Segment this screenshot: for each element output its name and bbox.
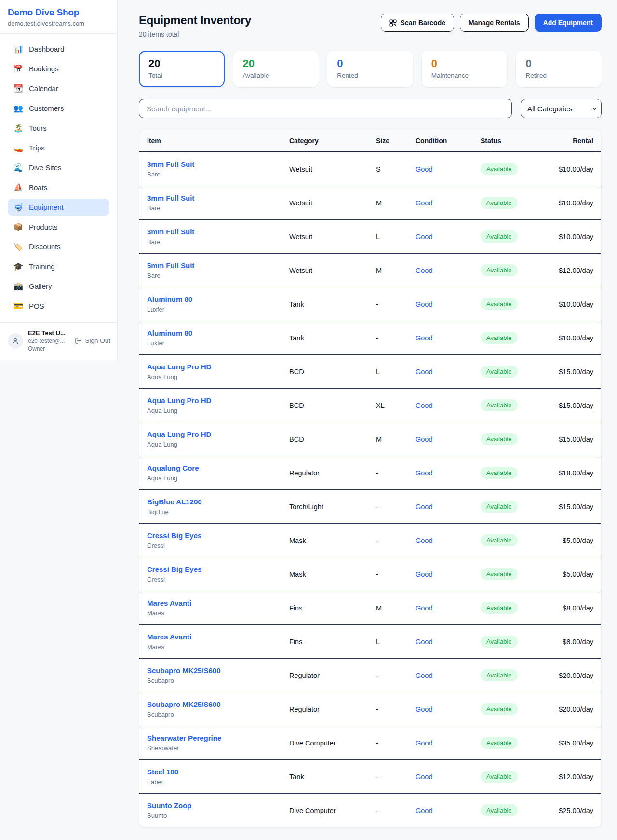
item-name-link[interactable]: Mares Avanti bbox=[147, 598, 191, 608]
table-row[interactable]: Steel 100 Faber Tank - Good Available $1… bbox=[139, 760, 601, 794]
table-row[interactable]: Suunto Zoop Suunto Dive Computer - Good … bbox=[139, 794, 601, 827]
sidebar-item-dive-sites[interactable]: 🌊 Dive Sites bbox=[8, 159, 109, 176]
item-condition[interactable]: Good bbox=[416, 334, 432, 342]
table-row[interactable]: Mares Avanti Mares Fins M Good Available… bbox=[139, 591, 601, 625]
sidebar-item-equipment[interactable]: 🤿 Equipment bbox=[8, 199, 109, 216]
item-condition[interactable]: Good bbox=[416, 739, 432, 747]
item-condition[interactable]: Good bbox=[416, 638, 432, 646]
sidebar-item-label: Dashboard bbox=[29, 45, 64, 53]
item-condition[interactable]: Good bbox=[416, 604, 432, 612]
sidebar-item-products[interactable]: 📦 Products bbox=[8, 218, 109, 235]
sidebar-item-boats[interactable]: ⛵ Boats bbox=[8, 179, 109, 196]
table-row[interactable]: Shearwater Peregrine Shearwater Dive Com… bbox=[139, 726, 601, 760]
sidebar-item-tours[interactable]: 🏝️ Tours bbox=[8, 120, 109, 136]
item-condition[interactable]: Good bbox=[416, 537, 432, 544]
sign-out-button[interactable]: Sign Out bbox=[75, 337, 110, 344]
sidebar-item-label: Products bbox=[29, 223, 57, 231]
item-name-link[interactable]: Shearwater Peregrine bbox=[147, 733, 221, 743]
item-condition[interactable]: Good bbox=[416, 267, 432, 274]
item-name-link[interactable]: 5mm Full Suit bbox=[147, 261, 194, 270]
sidebar-item-bookings[interactable]: 📅 Bookings bbox=[8, 60, 109, 77]
item-condition[interactable]: Good bbox=[416, 165, 432, 173]
add-equipment-button[interactable]: Add Equipment bbox=[535, 14, 602, 32]
sidebar-item-gallery[interactable]: 📸 Gallery bbox=[8, 278, 109, 295]
sidebar-item-dashboard[interactable]: 📊 Dashboard bbox=[8, 41, 109, 57]
table-row[interactable]: Scubapro MK25/S600 Scubapro Regulator - … bbox=[139, 659, 601, 692]
sidebar-item-training[interactable]: 🎓 Training bbox=[8, 258, 109, 275]
item-name-link[interactable]: Steel 100 bbox=[147, 767, 178, 776]
item-condition[interactable]: Good bbox=[416, 807, 432, 814]
item-name-link[interactable]: Aluminum 80 bbox=[147, 328, 192, 338]
item-name-link[interactable]: Cressi Big Eyes bbox=[147, 531, 201, 540]
item-name-link[interactable]: Scubapro MK25/S600 bbox=[147, 700, 221, 709]
table-row[interactable]: 5mm Full Suit Bare Wetsuit M Good Availa… bbox=[139, 254, 601, 287]
stat-card-total[interactable]: 20 Total bbox=[139, 51, 225, 87]
table-row[interactable]: 3mm Full Suit Bare Wetsuit L Good Availa… bbox=[139, 220, 601, 254]
sidebar-item-calendar[interactable]: 📆 Calendar bbox=[8, 80, 109, 97]
item-rental-rate: $15.00/day bbox=[545, 355, 601, 389]
tours-icon: 🏝️ bbox=[13, 123, 23, 133]
item-condition[interactable]: Good bbox=[416, 570, 432, 578]
item-name-link[interactable]: Aluminum 80 bbox=[147, 295, 192, 304]
item-name-link[interactable]: BigBlue AL1200 bbox=[147, 497, 202, 506]
stat-card-available[interactable]: 20 Available bbox=[233, 51, 319, 87]
item-condition[interactable]: Good bbox=[416, 773, 432, 781]
item-name-link[interactable]: Aqua Lung Pro HD bbox=[147, 396, 211, 405]
item-name-link[interactable]: 3mm Full Suit bbox=[147, 193, 194, 203]
item-condition[interactable]: Good bbox=[416, 469, 432, 477]
item-condition[interactable]: Good bbox=[416, 368, 432, 376]
stat-card-retired[interactable]: 0 Retired bbox=[516, 51, 602, 87]
manage-rentals-button[interactable]: Manage Rentals bbox=[460, 14, 529, 32]
sidebar-item-pos[interactable]: 💳 POS bbox=[8, 298, 109, 314]
item-condition[interactable]: Good bbox=[416, 402, 432, 409]
category-select[interactable]: All Categories bbox=[521, 99, 602, 118]
table-row[interactable]: BigBlue AL1200 BigBlue Torch/Light - Goo… bbox=[139, 490, 601, 524]
page-title: Equipment Inventory bbox=[139, 14, 251, 27]
table-row[interactable]: Cressi Big Eyes Cressi Mask - Good Avail… bbox=[139, 524, 601, 557]
stat-card-maintenance[interactable]: 0 Maintenance bbox=[422, 51, 508, 87]
status-badge: Available bbox=[481, 197, 518, 209]
item-rental-rate: $25.00/day bbox=[545, 794, 601, 827]
table-row[interactable]: Aqua Lung Pro HD Aqua Lung BCD L Good Av… bbox=[139, 355, 601, 389]
table-row[interactable]: Aluminum 80 Luxfer Tank - Good Available… bbox=[139, 321, 601, 355]
item-condition[interactable]: Good bbox=[416, 705, 432, 713]
item-name-link[interactable]: Mares Avanti bbox=[147, 632, 191, 641]
sidebar-item-customers[interactable]: 👥 Customers bbox=[8, 100, 109, 117]
customers-icon: 👥 bbox=[13, 104, 23, 113]
sidebar-item-label: Dive Sites bbox=[29, 163, 62, 172]
table-row[interactable]: Cressi Big Eyes Cressi Mask - Good Avail… bbox=[139, 557, 601, 591]
sidebar-item-label: Customers bbox=[29, 104, 64, 112]
item-condition[interactable]: Good bbox=[416, 233, 432, 241]
table-row[interactable]: Aluminum 80 Luxfer Tank - Good Available… bbox=[139, 287, 601, 321]
item-condition[interactable]: Good bbox=[416, 435, 432, 443]
item-condition[interactable]: Good bbox=[416, 199, 432, 207]
table-row[interactable]: Aqualung Core Aqua Lung Regulator - Good… bbox=[139, 456, 601, 490]
sidebar-item-trips[interactable]: 🚤 Trips bbox=[8, 139, 109, 156]
stat-card-rented[interactable]: 0 Rented bbox=[327, 51, 413, 87]
item-rental-rate: $18.00/day bbox=[545, 456, 601, 490]
table-row[interactable]: 3mm Full Suit Bare Wetsuit S Good Availa… bbox=[139, 152, 601, 186]
item-name-link[interactable]: Scubapro MK25/S600 bbox=[147, 666, 221, 675]
item-name-link[interactable]: Cressi Big Eyes bbox=[147, 565, 201, 574]
brand-title[interactable]: Demo Dive Shop bbox=[8, 7, 109, 18]
item-name-link[interactable]: Aqua Lung Pro HD bbox=[147, 430, 211, 439]
table-row[interactable]: Scubapro MK25/S600 Scubapro Regulator - … bbox=[139, 692, 601, 726]
sidebar-item-label: Tours bbox=[29, 124, 47, 132]
table-row[interactable]: Mares Avanti Mares Fins L Good Available… bbox=[139, 625, 601, 659]
sidebar-item-discounts[interactable]: 🏷️ Discounts bbox=[8, 238, 109, 255]
table-row[interactable]: 3mm Full Suit Bare Wetsuit M Good Availa… bbox=[139, 186, 601, 220]
item-size: - bbox=[368, 557, 408, 591]
table-row[interactable]: Aqua Lung Pro HD Aqua Lung BCD M Good Av… bbox=[139, 422, 601, 456]
item-name-link[interactable]: Aqua Lung Pro HD bbox=[147, 362, 211, 371]
item-name-link[interactable]: 3mm Full Suit bbox=[147, 160, 194, 169]
item-name-link[interactable]: Suunto Zoop bbox=[147, 801, 191, 810]
col-header-item: Item bbox=[139, 130, 282, 152]
search-input[interactable] bbox=[139, 99, 512, 118]
item-name-link[interactable]: 3mm Full Suit bbox=[147, 227, 194, 236]
scan-barcode-button[interactable]: Scan Barcode bbox=[381, 14, 454, 32]
item-name-link[interactable]: Aqualung Core bbox=[147, 463, 199, 473]
table-row[interactable]: Aqua Lung Pro HD Aqua Lung BCD XL Good A… bbox=[139, 389, 601, 422]
item-condition[interactable]: Good bbox=[416, 503, 432, 511]
item-condition[interactable]: Good bbox=[416, 672, 432, 679]
item-condition[interactable]: Good bbox=[416, 300, 432, 308]
